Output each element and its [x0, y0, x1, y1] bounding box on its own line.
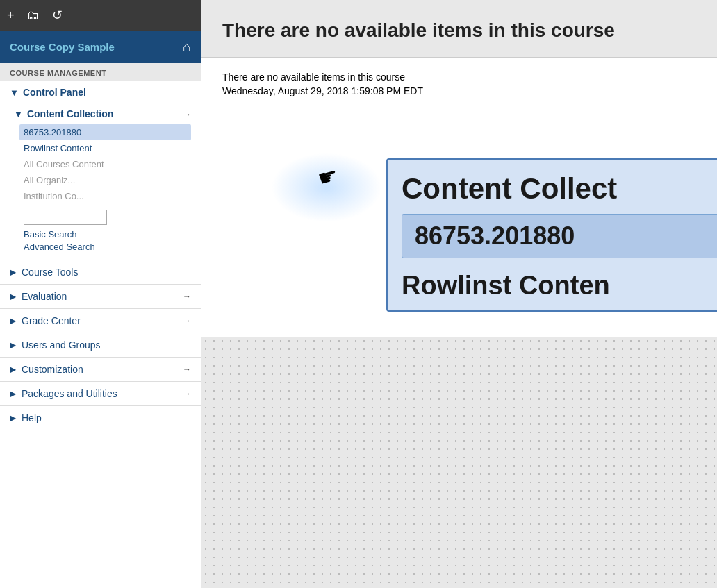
nav-customization-expand: →	[183, 364, 191, 374]
add-icon[interactable]: +	[7, 8, 15, 23]
tooltip-sub-item: Rowlinst Conten	[402, 271, 717, 301]
nav-course-tools-arrow: ▶	[10, 267, 16, 277]
course-management-label: COURSE MANAGEMENT	[0, 63, 201, 81]
tooltip-title: Content Collect	[402, 172, 717, 205]
content-collection-items: 86753.201880 Rowlinst Content All Course…	[0, 124, 201, 204]
cc-item-86753[interactable]: 86753.201880	[19, 124, 191, 140]
nav-item-help[interactable]: ▶ Help	[0, 405, 201, 430]
content-collection-expand: →	[182, 109, 191, 119]
control-panel-arrow: ▼	[10, 87, 19, 98]
nav-item-customization[interactable]: ▶ Customization →	[0, 357, 201, 381]
nav-item-users-and-groups[interactable]: ▶ Users and Groups	[0, 333, 201, 357]
main-date: Wednesday, August 29, 2018 1:59:08 PM ED…	[222, 85, 696, 96]
nav-item-evaluation[interactable]: ▶ Evaluation →	[0, 284, 201, 308]
nav-evaluation-label: Evaluation	[22, 291, 183, 302]
cc-item-institution[interactable]: Institution Co...	[24, 188, 191, 204]
nav-packages-expand: →	[183, 389, 191, 398]
nav-packages-label: Packages and Utilities	[22, 388, 183, 399]
content-collection-arrow: ▼	[14, 109, 23, 119]
page-title: There are no available items in this cou…	[222, 19, 696, 42]
folder-icon[interactable]: 🗂	[27, 8, 40, 23]
nav-evaluation-arrow: ▶	[10, 292, 16, 301]
tooltip-popup: Content Collect 86753.201880 Rowlinst Co…	[386, 158, 717, 312]
main-message: There are no available items in this cou…	[222, 72, 696, 83]
nav-item-course-tools[interactable]: ▶ Course Tools	[0, 260, 201, 284]
basic-search-link[interactable]: Basic Search	[24, 229, 191, 240]
nav-evaluation-expand: →	[183, 292, 191, 301]
nav-customization-label: Customization	[22, 364, 183, 375]
main-content: There are no available items in this cou…	[201, 0, 717, 588]
nav-packages-arrow: ▶	[10, 389, 16, 398]
course-title-link[interactable]: Course Copy Sample	[10, 41, 183, 53]
control-panel-label: Control Panel	[23, 87, 86, 98]
sidebar-toolbar: + 🗂 ↺	[0, 0, 201, 31]
nav-course-tools-label: Course Tools	[22, 267, 191, 278]
sidebar: + 🗂 ↺ Course Copy Sample ⌂ COURSE MANAGE…	[0, 0, 201, 588]
nav-grade-center-expand: →	[183, 316, 191, 326]
cc-item-rowlinst[interactable]: Rowlinst Content	[24, 140, 191, 156]
content-collection-header[interactable]: ▼ Content Collection →	[0, 103, 201, 124]
refresh-icon[interactable]: ↺	[52, 8, 63, 23]
nav-help-label: Help	[22, 412, 191, 423]
advanced-search-link[interactable]: Advanced Search	[24, 242, 191, 252]
nav-item-grade-center[interactable]: ▶ Grade Center →	[0, 308, 201, 333]
nav-users-label: Users and Groups	[22, 339, 191, 351]
nav-users-arrow: ▶	[10, 340, 16, 350]
tooltip-selected-item: 86753.201880	[402, 214, 717, 258]
search-input[interactable]	[24, 210, 107, 225]
search-area: Basic Search Advanced Search	[0, 204, 201, 260]
dotted-area	[201, 337, 717, 588]
nav-grade-center-arrow: ▶	[10, 316, 16, 326]
content-collection-label: Content Collection	[27, 108, 113, 119]
nav-item-packages[interactable]: ▶ Packages and Utilities →	[0, 381, 201, 405]
nav-help-arrow: ▶	[10, 413, 16, 423]
nav-grade-center-label: Grade Center	[22, 315, 183, 326]
control-panel-header[interactable]: ▼ Control Panel	[0, 81, 201, 103]
home-icon[interactable]: ⌂	[183, 39, 191, 55]
cc-item-all-orgs[interactable]: All Organiz...	[24, 172, 191, 188]
course-header: Course Copy Sample ⌂	[0, 31, 201, 63]
cc-item-all-courses[interactable]: All Courses Content	[24, 156, 191, 172]
main-header: There are no available items in this cou…	[201, 0, 717, 58]
nav-customization-arrow: ▶	[10, 364, 16, 374]
